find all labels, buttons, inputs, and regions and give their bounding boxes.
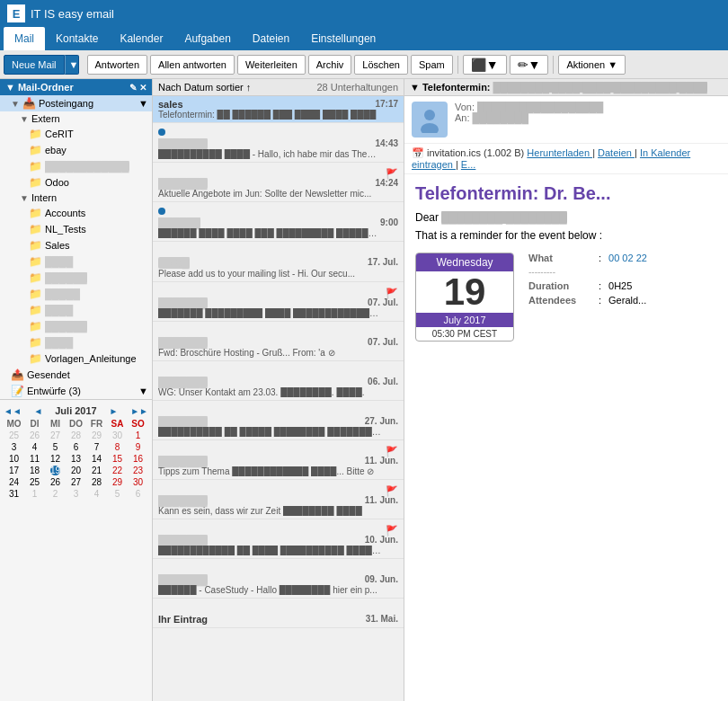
cal-day[interactable]: 6 — [66, 441, 86, 453]
toolbar-icons2[interactable]: ✏▼ — [510, 55, 549, 75]
folder-entwuerfe-dropdown[interactable]: ▼ — [138, 386, 148, 396]
email-item[interactable]: ███████09. Jun.██████ - CaseStudy - Hall… — [153, 559, 404, 599]
folder-accounts[interactable]: 📁 Accounts — [0, 205, 152, 221]
sidebar-icons[interactable]: ✎ ✕ — [129, 83, 146, 93]
nav-tasks[interactable]: Aufgaben — [173, 27, 241, 50]
cal-day[interactable]: 10 — [4, 453, 24, 465]
cal-day[interactable]: 17 — [4, 465, 24, 476]
cal-day[interactable]: 2 — [45, 488, 66, 500]
cal-day[interactable]: 22 — [107, 465, 128, 476]
email-item[interactable]: ███████11. Jun.Kann es sein, dass wir zu… — [153, 480, 404, 519]
nav-settings[interactable]: Einstellungen — [300, 27, 386, 50]
folder-b6[interactable]: 📁 ██████ — [0, 318, 152, 334]
folder-dropdown[interactable]: ▼ — [138, 98, 148, 109]
nav-contacts[interactable]: Kontakte — [45, 27, 109, 50]
cal-day[interactable]: 27 — [66, 476, 86, 488]
cal-day[interactable]: 3 — [4, 441, 24, 453]
cal-day[interactable]: 23 — [128, 465, 148, 476]
cal-day[interactable]: 29 — [86, 430, 107, 441]
nav-calendar[interactable]: Kalender — [109, 27, 173, 50]
cal-day[interactable]: 29 — [107, 476, 128, 488]
cal-day[interactable]: 1 — [24, 488, 45, 500]
cal-day[interactable]: 20 — [66, 465, 86, 476]
email-item[interactable]: ███████07. Jul.███████ █████████ ████ ██… — [153, 282, 404, 322]
cal-day[interactable]: 6 — [128, 488, 148, 500]
cal-prev-month[interactable]: ◄ — [34, 406, 43, 416]
cal-day[interactable]: 18 — [24, 465, 45, 476]
cal-day[interactable]: 5 — [107, 488, 128, 500]
email-item[interactable]: ███████11. Jun.Tipps zum Thema █████████… — [153, 440, 404, 480]
more-link[interactable]: E... — [461, 159, 476, 170]
cal-day[interactable]: 26 — [24, 430, 45, 441]
cal-day[interactable]: 15 — [107, 453, 128, 465]
files-link[interactable]: Dateien — [598, 147, 635, 158]
email-item[interactable]: ███████07. Jul.Fwd: Broschüre Hosting - … — [153, 322, 404, 361]
cal-day[interactable]: 30 — [107, 430, 128, 441]
email-item[interactable]: Ihr Eintrag31. Mai. — [153, 599, 404, 628]
folder-blurred1[interactable]: 📁 ████████████ — [0, 158, 152, 174]
email-item[interactable]: ▶ - ⊘█17. Jul.Please add us to your mail… — [153, 242, 404, 282]
cal-day[interactable]: 3 — [66, 488, 86, 500]
cal-day[interactable]: 25 — [24, 476, 45, 488]
folder-b4[interactable]: 📁 █████ — [0, 286, 152, 302]
email-item[interactable]: ██████9:00██████ ████ ████ ███ █████████… — [153, 202, 404, 242]
folder-intern[interactable]: ▼ Intern — [0, 191, 152, 205]
folder-entwuerfe[interactable]: 📝 Entwürfe (3) ▼ — [0, 383, 152, 399]
folder-gesendet[interactable]: 📤 Gesendet — [0, 367, 152, 383]
email-item[interactable]: ███████27. Jun.██████████ ██ █████ █████… — [153, 401, 404, 440]
cal-day[interactable]: 14 — [86, 453, 107, 465]
reply-all-button[interactable]: Allen antworten — [150, 55, 235, 75]
folder-odoo[interactable]: 📁 Odoo — [0, 174, 152, 191]
folder-b5[interactable]: 📁 ████ — [0, 302, 152, 318]
cal-day[interactable]: 16 — [128, 453, 148, 465]
folder-posteingang[interactable]: ▼ 📥 Posteingang ▼ — [0, 95, 152, 111]
folder-cerit[interactable]: 📁 CeRIT — [0, 126, 152, 142]
folder-ebay[interactable]: 📁 ebay — [0, 142, 152, 158]
cal-day[interactable]: 28 — [66, 430, 86, 441]
cal-day[interactable]: 30 — [128, 476, 148, 488]
folder-sales[interactable]: 📁 Sales — [0, 237, 152, 253]
cal-day[interactable]: 9 — [128, 441, 148, 453]
cal-day[interactable]: 7 — [86, 441, 107, 453]
cal-next-month[interactable]: ► — [109, 406, 118, 416]
email-item[interactable]: ███████14:24Aktuelle Angebote im Jun: So… — [153, 163, 404, 202]
nav-mail[interactable]: Mail — [4, 27, 45, 50]
cal-next[interactable]: ►► — [130, 406, 148, 416]
cal-prev[interactable]: ◄◄ — [4, 406, 22, 416]
spam-button[interactable]: Spam — [411, 55, 453, 75]
new-mail-button[interactable]: Neue Mail — [4, 55, 65, 75]
folder-nltests[interactable]: 📁 NL_Tests — [0, 221, 152, 237]
folder-b3[interactable]: 📁 ██████ — [0, 270, 152, 286]
cal-day[interactable]: 5 — [45, 441, 66, 453]
cal-day[interactable]: 19 — [45, 465, 66, 476]
new-mail-dropdown[interactable]: ▼ — [65, 55, 79, 75]
download-link[interactable]: Herunterladen — [527, 147, 592, 158]
cal-day[interactable]: 8 — [107, 441, 128, 453]
cal-day[interactable]: 1 — [128, 430, 148, 441]
email-item[interactable]: ███████14:43██████████ ████ - Hallo, ich… — [153, 123, 404, 163]
cal-day[interactable]: 4 — [24, 441, 45, 453]
cal-day[interactable]: 21 — [86, 465, 107, 476]
cal-day[interactable]: 31 — [4, 488, 24, 500]
forward-button[interactable]: Weiterleiten — [237, 55, 306, 75]
cal-day[interactable]: 27 — [45, 430, 66, 441]
actions-button[interactable]: Aktionen ▼ — [558, 55, 626, 75]
sort-label[interactable]: Nach Datum sortier ↑ — [158, 82, 251, 93]
cal-day[interactable]: 24 — [4, 476, 24, 488]
email-item[interactable]: ███████10. Jun.████████████ ██ ████ ████… — [153, 519, 404, 559]
cal-day[interactable]: 13 — [66, 453, 86, 465]
nav-files[interactable]: Dateien — [242, 27, 300, 50]
reply-button[interactable]: Antworten — [87, 55, 148, 75]
folder-b2[interactable]: 📁 ████ — [0, 253, 152, 270]
cal-day[interactable]: 25 — [4, 430, 24, 441]
cal-day[interactable]: 26 — [45, 476, 66, 488]
cal-day[interactable]: 28 — [86, 476, 107, 488]
cal-day[interactable]: 4 — [86, 488, 107, 500]
email-item[interactable]: ███████06. Jul.WG: Unser Kontakt am 23.0… — [153, 361, 404, 401]
cal-day[interactable]: 11 — [24, 453, 45, 465]
archive-button[interactable]: Archiv — [308, 55, 352, 75]
email-item[interactable]: sales17:17Telefontermin: ██ ██████ ███ █… — [153, 96, 404, 123]
delete-button[interactable]: Löschen — [354, 55, 408, 75]
folder-vorlagen[interactable]: 📁 Vorlagen_Anleitunge — [0, 350, 152, 367]
toolbar-icons1[interactable]: ⬛▼ — [463, 55, 507, 75]
